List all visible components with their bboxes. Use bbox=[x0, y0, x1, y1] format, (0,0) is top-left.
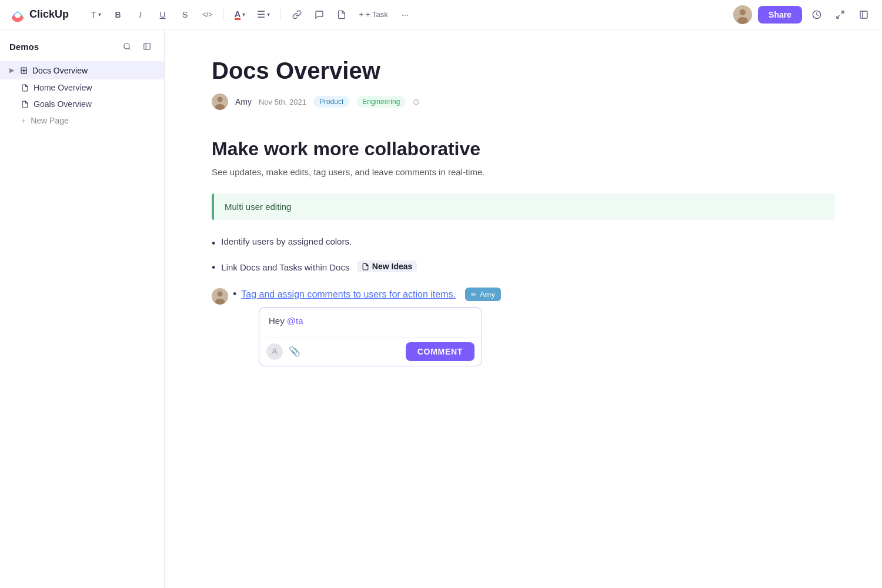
bullet-row-3: • Tag and assign comments to users for a… bbox=[212, 287, 835, 366]
expand-button[interactable] bbox=[831, 6, 849, 24]
comment-footer: 📎 COMMENT bbox=[259, 337, 482, 366]
new-page-label: New Page bbox=[31, 116, 69, 125]
doc-subtitle: See updates, make edits, tag users, and … bbox=[212, 167, 835, 177]
comment-submit-button[interactable]: COMMENT bbox=[406, 342, 475, 361]
bullet-text-3: Tag and assign comments to users for act… bbox=[241, 289, 456, 300]
code-button[interactable]: </> bbox=[199, 6, 216, 24]
comment-user-icon bbox=[266, 343, 283, 360]
search-icon bbox=[123, 42, 131, 51]
attachment-icon[interactable]: 📎 bbox=[289, 346, 300, 357]
location-icon: ⊙ bbox=[413, 97, 420, 106]
svg-point-16 bbox=[218, 292, 223, 297]
svg-point-8 bbox=[124, 44, 129, 49]
comment-input-area[interactable]: Hey @ta bbox=[259, 308, 482, 337]
sidebar-icon bbox=[859, 10, 868, 19]
author-name: Amy bbox=[235, 97, 252, 106]
tag-engineering[interactable]: Engineering bbox=[356, 96, 406, 108]
sidebar-item-label: Goals Overview bbox=[34, 99, 92, 109]
page-icon bbox=[21, 84, 29, 92]
doc-date: Nov 5th, 2021 bbox=[259, 98, 306, 106]
content-area: Docs Overview Amy Nov 5th, 2021 Product … bbox=[165, 29, 882, 588]
link-icon bbox=[292, 10, 302, 19]
plus-icon: + bbox=[21, 116, 26, 125]
link-button[interactable] bbox=[288, 6, 306, 24]
bold-button[interactable]: B bbox=[109, 6, 127, 24]
sidebar-title: Demos bbox=[9, 42, 39, 52]
underline-button[interactable]: U bbox=[154, 6, 172, 24]
bullet-dot: • bbox=[212, 236, 215, 251]
list-item: • Identify users by assigned colors. bbox=[212, 236, 835, 251]
bullet-text-1: Identify users by assigned colors. bbox=[221, 236, 352, 246]
sidebar-header-icons bbox=[119, 39, 155, 54]
text-color-button[interactable]: A ▾ bbox=[231, 9, 249, 20]
sidebar-collapse-button[interactable] bbox=[139, 39, 155, 54]
bullet-text-2: Link Docs and Tasks within Docs New Idea… bbox=[221, 260, 417, 272]
sidebar-toggle-button[interactable] bbox=[855, 6, 873, 24]
doc-title: Docs Overview bbox=[212, 58, 835, 84]
comment-toolbar-button[interactable] bbox=[310, 6, 328, 24]
svg-point-17 bbox=[215, 299, 225, 305]
new-page-button[interactable]: + New Page bbox=[0, 112, 164, 129]
main-layout: Demos ▶ ⊞ Docs Overview Home Overview bbox=[0, 29, 882, 588]
clickup-logo-icon bbox=[9, 6, 26, 23]
sidebar-item-label: Home Overview bbox=[34, 83, 92, 92]
more-options-button[interactable]: ··· bbox=[396, 6, 414, 24]
svg-point-18 bbox=[273, 349, 276, 352]
strikethrough-button[interactable]: S bbox=[176, 6, 194, 24]
svg-rect-6 bbox=[860, 11, 867, 18]
clock-icon bbox=[812, 10, 821, 19]
sidebar-item-docs-overview[interactable]: ▶ ⊞ Docs Overview bbox=[0, 61, 164, 79]
chevron-right-icon: ▶ bbox=[9, 66, 14, 74]
text-format-button[interactable]: T ▾ bbox=[88, 6, 105, 24]
bullet-dot: • bbox=[233, 287, 236, 302]
align-button[interactable]: ☰ ▾ bbox=[253, 6, 273, 24]
doc-heading: Make work more collaborative bbox=[212, 138, 835, 160]
comment-box: Hey @ta 📎 COMMENT bbox=[259, 307, 482, 366]
svg-point-2 bbox=[737, 17, 748, 24]
comment-footer-left: 📎 bbox=[266, 343, 300, 360]
tag-product[interactable]: Product bbox=[313, 96, 349, 108]
sidebar: Demos ▶ ⊞ Docs Overview Home Overview bbox=[0, 29, 165, 588]
sidebar-item-home-overview[interactable]: Home Overview bbox=[0, 79, 164, 96]
author-avatar bbox=[212, 93, 228, 110]
expand-icon bbox=[836, 10, 845, 19]
user-icon bbox=[270, 348, 279, 356]
share-button[interactable]: Share bbox=[758, 6, 802, 24]
panel-icon bbox=[143, 42, 151, 51]
bullet-3-content: • Tag and assign comments to users for a… bbox=[233, 287, 835, 366]
toolbar: ClickUp T ▾ B I U S </> A ▾ ☰ ▾ + + Task bbox=[0, 0, 882, 29]
toolbar-right: Share bbox=[733, 5, 873, 24]
bullet-dot: • bbox=[212, 260, 215, 275]
svg-rect-10 bbox=[144, 44, 151, 50]
doc-meta: Amy Nov 5th, 2021 Product Engineering ⊙ bbox=[212, 93, 835, 110]
inline-doc-ref[interactable]: New Ideas bbox=[357, 260, 417, 272]
color-a-label: A bbox=[235, 9, 241, 20]
callout-block: Multi user editing bbox=[212, 193, 835, 220]
user-avatar bbox=[733, 5, 752, 24]
doc-ref-label: New Ideas bbox=[372, 262, 412, 271]
avatar-image bbox=[733, 5, 752, 24]
svg-point-13 bbox=[218, 97, 223, 102]
doc-toolbar-button[interactable] bbox=[333, 6, 350, 24]
comment-icon bbox=[315, 10, 324, 19]
app-name: ClickUp bbox=[29, 8, 69, 21]
sidebar-search-button[interactable] bbox=[119, 39, 135, 54]
sidebar-item-goals-overview[interactable]: Goals Overview bbox=[0, 96, 164, 112]
comment-mention: @ta bbox=[287, 316, 303, 326]
svg-point-1 bbox=[740, 9, 746, 15]
comment-text: Hey bbox=[269, 316, 287, 326]
svg-line-4 bbox=[841, 11, 844, 14]
commenter-avatar-image bbox=[212, 288, 228, 305]
svg-point-14 bbox=[215, 104, 225, 110]
history-button[interactable] bbox=[808, 6, 826, 24]
list-item: • Link Docs and Tasks within Docs New Id… bbox=[212, 260, 835, 275]
separator-2 bbox=[280, 9, 281, 21]
pencil-icon: ✏ bbox=[471, 290, 477, 299]
user-tag-name: Amy bbox=[480, 290, 495, 299]
doc-ref-icon bbox=[362, 263, 369, 270]
italic-button[interactable]: I bbox=[132, 6, 149, 24]
commenter-avatar bbox=[212, 288, 228, 305]
add-task-button[interactable]: + + Task bbox=[355, 6, 391, 24]
grid-icon: ⊞ bbox=[20, 65, 28, 76]
sidebar-header: Demos bbox=[0, 39, 164, 61]
